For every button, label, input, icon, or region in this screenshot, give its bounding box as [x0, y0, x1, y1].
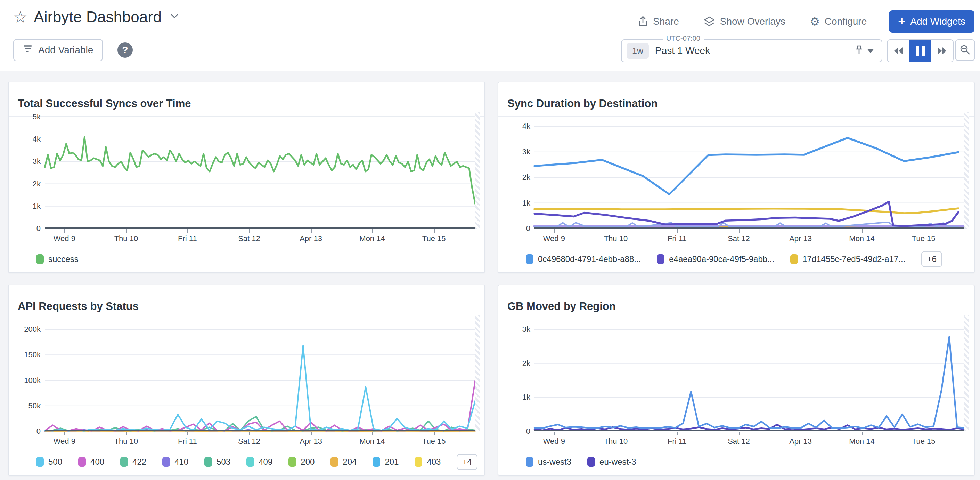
- legend-item[interactable]: 403: [415, 457, 441, 467]
- legend-item[interactable]: 200: [288, 457, 315, 467]
- x-tick-label: Tue 15: [422, 234, 446, 243]
- legend-item[interactable]: 17d1455c-7ed5-49d2-a17...: [790, 254, 905, 264]
- chart-canvas[interactable]: [45, 112, 480, 228]
- x-tick-label: Apr 13: [789, 234, 812, 243]
- legend-label: 503: [216, 457, 231, 467]
- legend-label: 409: [259, 457, 272, 467]
- series-0c49680d-4791-4ebb-a88...: [535, 138, 958, 194]
- time-forward-button[interactable]: [931, 40, 953, 62]
- x-tick-mark: [187, 432, 188, 435]
- time-rewind-button[interactable]: [888, 40, 910, 62]
- title-menu-chevron-down-icon[interactable]: [170, 13, 179, 21]
- x-tick-mark: [677, 229, 678, 233]
- legend-item[interactable]: eu-west-3: [587, 457, 636, 467]
- legend-item[interactable]: 410: [162, 457, 188, 467]
- x-tick-label: Apr 13: [789, 437, 812, 446]
- y-tick-label: 1k: [11, 202, 41, 211]
- widget-api-requests-by-status: API Requests by Status 050k100k150k200kW…: [8, 284, 485, 476]
- favorite-star-icon[interactable]: ☆: [13, 9, 27, 25]
- y-tick-label: 3k: [11, 157, 41, 166]
- plot-region[interactable]: [535, 112, 969, 228]
- x-tick-label: Sat 12: [728, 234, 750, 243]
- legend-label: 400: [91, 457, 104, 467]
- legend: success: [36, 246, 476, 272]
- magnifier-minus-icon: [959, 44, 970, 56]
- legend-swatch: [331, 457, 338, 467]
- series-17d1455c-7ed5-49d2-a17...: [535, 208, 958, 213]
- add-widgets-button[interactable]: + Add Widgets: [889, 10, 974, 33]
- legend-more-badge[interactable]: +6: [921, 251, 942, 267]
- legend-label: us-west3: [538, 457, 571, 467]
- plot-region[interactable]: [45, 315, 480, 431]
- legend-item[interactable]: 422: [120, 457, 146, 467]
- legend-item[interactable]: 409: [247, 457, 272, 467]
- x-tick-label: Tue 15: [912, 234, 935, 243]
- legend-swatch: [247, 457, 254, 467]
- legend-swatch: [36, 254, 44, 264]
- x-tick-label: Wed 9: [54, 234, 75, 243]
- time-range-selector[interactable]: UTC-07:00 1w Past 1 Week: [621, 39, 882, 62]
- y-tick-label: 0: [11, 224, 41, 233]
- plot-region[interactable]: [45, 112, 480, 228]
- legend-item[interactable]: 400: [78, 457, 104, 467]
- y-tick-label: 3k: [501, 325, 530, 334]
- legend-item[interactable]: 0c49680d-4791-4ebb-a88...: [526, 254, 641, 264]
- pin-icon[interactable]: [854, 45, 864, 57]
- time-range-shortcut[interactable]: 1w: [627, 43, 649, 59]
- future-hatch-band: [964, 315, 969, 431]
- x-tick-label: Fri 11: [178, 437, 197, 446]
- y-tick-label: 0: [501, 224, 530, 233]
- legend-item[interactable]: 204: [331, 457, 356, 467]
- show-overlays-button[interactable]: Show Overlays: [701, 16, 788, 27]
- series-us-west3: [535, 337, 965, 429]
- x-tick-mark: [554, 229, 555, 233]
- legend-item[interactable]: 201: [372, 457, 399, 467]
- chart-canvas[interactable]: [535, 315, 969, 431]
- share-button[interactable]: Share: [636, 16, 681, 27]
- x-tick-mark: [434, 432, 435, 435]
- legend-item[interactable]: 500: [36, 457, 62, 467]
- legend-item[interactable]: us-west3: [526, 457, 571, 467]
- x-tick-label: Thu 10: [604, 234, 628, 243]
- top-header: ☆ Airbyte Dashboard Share Show Overlays: [0, 0, 980, 71]
- time-range-label: Past 1 Week: [655, 45, 710, 56]
- x-tick-mark: [249, 229, 250, 233]
- future-hatch-band: [475, 112, 480, 228]
- chart-area: 01k2k3k4k5kWed 9Thu 10Fri 11Sat 12Apr 13…: [9, 107, 484, 246]
- x-tick-mark: [924, 229, 924, 233]
- time-dropdown-caret-icon[interactable]: [867, 49, 874, 53]
- legend-label: eu-west-3: [600, 457, 636, 467]
- legend-label: 204: [343, 457, 356, 467]
- time-pause-button[interactable]: [910, 40, 931, 62]
- add-variable-button[interactable]: Add Variable: [13, 39, 103, 61]
- x-tick-label: Fri 11: [668, 234, 687, 243]
- legend-item[interactable]: 503: [204, 457, 231, 467]
- x-tick-label: Thu 10: [115, 234, 138, 243]
- legend-label: 17d1455c-7ed5-49d2-a17...: [802, 254, 905, 264]
- help-icon[interactable]: ?: [118, 42, 133, 58]
- x-tick-label: Tue 15: [422, 437, 446, 446]
- x-tick-label: Apr 13: [299, 234, 322, 243]
- widget-gb-moved-by-region: GB Moved by Region 01k2k3kWed 9Thu 10Fri…: [498, 284, 975, 476]
- x-tick-mark: [862, 229, 862, 233]
- legend-item[interactable]: e4aea90a-90ca-49f5-9abb...: [657, 254, 774, 264]
- legend: us-west3eu-west-3: [526, 449, 966, 475]
- legend-item[interactable]: success: [36, 254, 78, 264]
- x-tick-mark: [434, 229, 435, 233]
- zoom-out-button[interactable]: [955, 39, 975, 61]
- legend-more-badge[interactable]: +4: [457, 454, 477, 470]
- dashboard-title-row: ☆ Airbyte Dashboard: [13, 8, 179, 26]
- chart-canvas[interactable]: [535, 112, 969, 228]
- configure-button[interactable]: ⚙ Configure: [808, 16, 869, 27]
- y-tick-label: 1k: [501, 393, 530, 402]
- plot-region[interactable]: [535, 315, 969, 431]
- chart-canvas[interactable]: [45, 315, 480, 431]
- future-hatch-band: [964, 112, 969, 228]
- legend-label: e4aea90a-90ca-49f5-9abb...: [669, 254, 774, 264]
- x-tick-label: Sat 12: [238, 234, 260, 243]
- x-tick-mark: [739, 229, 740, 233]
- legend-label: 422: [132, 457, 146, 467]
- y-tick-label: 4k: [501, 122, 530, 131]
- x-tick-mark: [801, 432, 801, 435]
- x-tick-mark: [554, 432, 555, 435]
